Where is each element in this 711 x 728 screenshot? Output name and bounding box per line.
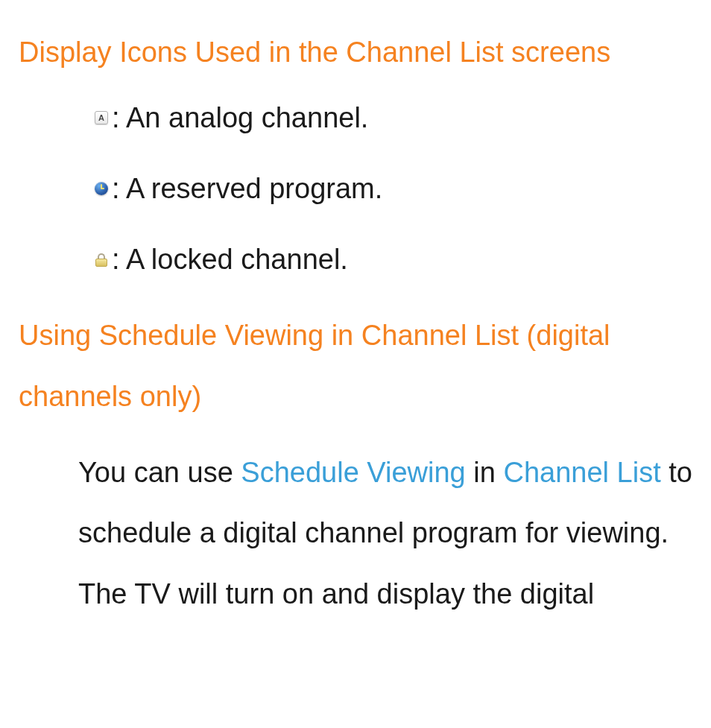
section-heading-icons: Display Icons Used in the Channel List s…: [19, 22, 692, 83]
analog-icon: A: [93, 111, 110, 124]
lock-icon: [93, 253, 110, 267]
schedule-viewing-term: Schedule Viewing: [241, 457, 465, 488]
body-paragraph: You can use Schedule Viewing in Channel …: [19, 443, 692, 625]
icon-item-text: : A locked channel.: [112, 240, 348, 279]
icon-item-text: : An analog channel.: [112, 98, 368, 138]
icon-item-text: : A reserved program.: [112, 169, 382, 209]
icon-item-reserved: : A reserved program.: [93, 169, 692, 209]
icon-item-analog: A : An analog channel.: [93, 98, 692, 138]
channel-list-term: Channel List: [503, 457, 660, 488]
section-heading-schedule: Using Schedule Viewing in Channel List (…: [19, 306, 692, 427]
clock-icon: [93, 182, 110, 195]
body-text-fragment: You can use: [78, 457, 241, 488]
icon-item-locked: : A locked channel.: [93, 240, 692, 279]
body-text-fragment: in: [466, 457, 504, 488]
icon-definitions-list: A : An analog channel. : A reserved prog…: [19, 98, 692, 280]
